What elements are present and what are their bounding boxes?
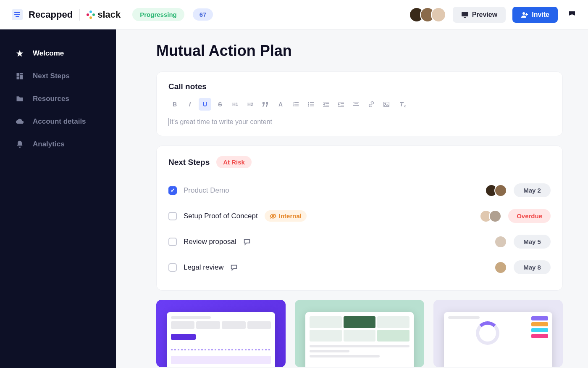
sidebar-item-label: Analytics <box>33 140 65 148</box>
brand-logo[interactable]: Recapped <box>12 9 73 20</box>
outdent-tool[interactable] <box>320 98 332 111</box>
call-notes-card: Call notes B I U S H1 H2 A 123 T× It's g… <box>156 71 563 136</box>
divider <box>79 9 80 21</box>
step-checkbox[interactable] <box>168 186 177 195</box>
star-icon <box>15 49 24 58</box>
sidebar-item-account-details[interactable]: Account details <box>0 110 116 133</box>
svg-rect-25 <box>341 103 344 104</box>
page-title: Mutual Action Plan <box>156 42 563 60</box>
next-steps-card: Next Steps At Risk Product DemoMay 2Setu… <box>156 146 563 291</box>
svg-rect-6 <box>17 77 20 79</box>
sidebar-item-welcome[interactable]: Welcome <box>0 42 116 65</box>
svg-point-17 <box>308 106 309 107</box>
svg-rect-21 <box>326 103 329 104</box>
sidebar-item-label: Resources <box>33 95 69 103</box>
svg-rect-19 <box>323 102 329 103</box>
slack-text: slack <box>97 9 121 20</box>
sidebar-item-label: Welcome <box>33 49 64 58</box>
invite-button[interactable]: Invite <box>512 7 558 23</box>
recapped-icon <box>12 9 23 20</box>
thumbnail[interactable] <box>433 300 563 367</box>
status-badge[interactable]: Progressing <box>132 8 184 21</box>
step-checkbox[interactable] <box>168 238 177 246</box>
eye-off-icon <box>270 213 276 219</box>
quote-tool[interactable] <box>259 98 272 111</box>
step-row: Product DemoMay 2 <box>168 177 551 203</box>
step-assignees[interactable] <box>483 210 501 222</box>
slack-logo[interactable]: slack <box>87 9 121 20</box>
sidebar-item-next-steps[interactable]: Next Steps <box>0 65 116 87</box>
step-date[interactable]: May 8 <box>514 260 551 274</box>
comment-icon[interactable] <box>230 264 238 271</box>
invite-label: Invite <box>532 11 549 19</box>
step-date[interactable]: Overdue <box>508 209 551 223</box>
thumbnail[interactable] <box>156 300 286 367</box>
avatar[interactable] <box>489 210 501 222</box>
step-assignees[interactable] <box>498 261 507 274</box>
italic-tool[interactable]: I <box>184 98 196 111</box>
svg-point-31 <box>385 103 386 104</box>
internal-badge: Internal <box>265 210 307 222</box>
bell-icon <box>15 140 24 149</box>
svg-rect-1 <box>464 17 466 18</box>
sidebar-item-analytics[interactable]: Analytics <box>0 133 116 156</box>
avatar[interactable] <box>494 184 507 197</box>
indent-tool[interactable] <box>335 98 347 111</box>
invite-icon <box>521 11 528 18</box>
cloud-icon <box>15 117 24 126</box>
svg-rect-26 <box>341 105 344 106</box>
step-assignees[interactable] <box>488 184 507 197</box>
strike-tool[interactable]: S <box>214 98 226 111</box>
svg-rect-30 <box>384 102 389 107</box>
brand-text: Recapped <box>29 9 73 20</box>
step-label[interactable]: Product Demo <box>184 186 229 195</box>
bold-tool[interactable]: B <box>168 98 181 111</box>
step-date[interactable]: May 5 <box>514 235 551 249</box>
preview-button[interactable]: Preview <box>453 7 506 23</box>
svg-rect-9 <box>294 106 299 106</box>
svg-rect-23 <box>338 102 344 103</box>
svg-rect-28 <box>354 103 358 104</box>
svg-rect-18 <box>310 106 314 106</box>
step-row: Setup Proof of ConceptInternalOverdue <box>168 203 551 229</box>
step-row: Review proposalMay 5 <box>168 229 551 254</box>
comment-icon[interactable] <box>243 238 251 246</box>
svg-point-13 <box>308 102 309 103</box>
flag-icon[interactable] <box>568 11 576 19</box>
step-label[interactable]: Setup Proof of Concept <box>184 212 258 220</box>
avatar[interactable] <box>494 236 507 248</box>
align-tool[interactable] <box>350 98 362 111</box>
color-tool[interactable]: A <box>274 98 287 111</box>
step-row: Legal reviewMay 8 <box>168 254 551 280</box>
folder-icon <box>15 94 24 103</box>
step-label[interactable]: Review proposal <box>184 238 236 246</box>
slack-icon <box>87 11 95 19</box>
svg-rect-22 <box>326 105 329 106</box>
h2-tool[interactable]: H2 <box>244 98 257 111</box>
bullet-list-tool[interactable] <box>304 98 317 111</box>
step-assignees[interactable] <box>498 236 507 248</box>
sidebar-item-resources[interactable]: Resources <box>0 87 116 110</box>
step-checkbox[interactable] <box>168 263 177 272</box>
thumbnail[interactable] <box>295 300 424 367</box>
call-notes-title: Call notes <box>168 82 551 91</box>
resource-thumbnails <box>156 300 563 367</box>
image-tool[interactable] <box>380 98 393 111</box>
editor-area[interactable]: It's great time to write your content <box>168 118 551 126</box>
link-tool[interactable] <box>365 98 378 111</box>
step-date[interactable]: May 2 <box>514 183 551 197</box>
avatar[interactable] <box>494 261 507 274</box>
risk-badge: At Risk <box>216 156 252 168</box>
underline-tool[interactable]: U <box>199 98 211 111</box>
count-badge[interactable]: 67 <box>193 8 213 21</box>
step-label[interactable]: Legal review <box>184 263 223 272</box>
svg-rect-8 <box>294 104 299 105</box>
clear-format-tool[interactable]: T× <box>395 98 408 111</box>
h1-tool[interactable]: H1 <box>229 98 242 111</box>
avatar[interactable] <box>431 7 446 22</box>
step-checkbox[interactable] <box>168 212 177 220</box>
svg-text:3: 3 <box>293 105 294 107</box>
ordered-list-tool[interactable]: 123 <box>289 98 302 111</box>
collaborator-avatars[interactable] <box>409 7 446 22</box>
monitor-icon <box>461 12 469 18</box>
